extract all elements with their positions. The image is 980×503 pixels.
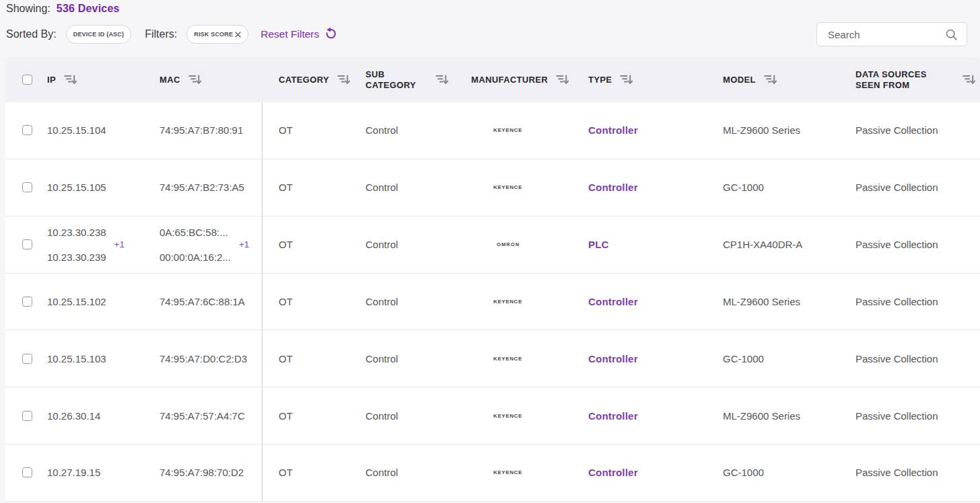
search-icon[interactable] (946, 29, 957, 40)
row-checkbox[interactable] (22, 239, 32, 249)
cell-select (5, 217, 47, 273)
search-box (816, 22, 967, 46)
cell-type: Controller (572, 102, 707, 159)
mac-value: 74:95:A7:98:70:D2 (160, 467, 244, 478)
device-row-3[interactable]: 10.23.30.23810.23.30.239+10A:65:BC:58:..… (5, 217, 980, 274)
sort-icon-data_sources[interactable] (963, 75, 975, 85)
category-text: OT (279, 467, 293, 478)
cell-manufacturer: KEYENCE (455, 102, 572, 159)
category-text: OT (279, 296, 293, 307)
cell-data-sources: Passive Collection (839, 159, 980, 216)
device-count: 536 Devices (57, 3, 120, 15)
device-row-4[interactable]: 10.25.15.10274:95:A7:6C:88:1AOTControlKE… (5, 274, 980, 331)
mac-value: 74:95:A7:6C:88:1A (160, 296, 245, 307)
ip-values: 10.25.15.105 (47, 182, 106, 193)
sort-chip[interactable]: DEVICE ID (ASC) (66, 25, 132, 44)
cell-select (5, 387, 47, 444)
cell-ip: 10.25.15.105 (47, 159, 160, 216)
devices-table: IPMACCATEGORYSUB CATEGORYMANUFACTURERTYP… (5, 57, 980, 502)
reset-filters-label: Reset Filters (260, 28, 319, 40)
cell-ip: 10.23.30.23810.23.30.239+1 (47, 217, 160, 273)
row-checkbox[interactable] (22, 411, 32, 421)
cell-manufacturer: KEYENCE (455, 330, 572, 387)
cell-manufacturer: KEYENCE (455, 159, 572, 216)
category-text: OT (279, 353, 293, 364)
cell-mac: 74:95:A7:6C:88:1A (160, 274, 262, 330)
cell-mac: 74:95:A7:98:70:D2 (160, 444, 262, 501)
sort-icon-sub_category[interactable] (435, 75, 448, 85)
column-header-type: TYPE (572, 57, 707, 102)
mac-values: 74:95:A7:D0:C2:D3 (160, 353, 247, 364)
cell-select (5, 274, 47, 330)
device-row-7[interactable]: 10.27.19.1574:95:A7:98:70:D2OTControlKEY… (5, 444, 980, 502)
cell-ip: 10.25.15.104 (47, 102, 160, 159)
manufacturer-logo-keyence: KEYENCE (493, 128, 522, 133)
column-label-data_sources: DATA SOURCES SEEN FROM (855, 69, 947, 91)
cell-category: OT (262, 102, 349, 159)
row-checkbox[interactable] (22, 467, 32, 477)
cell-mac: 74:95:A7:B7:80:91 (160, 102, 262, 159)
device-type-link[interactable]: Controller (588, 296, 638, 307)
ip-value: 10.25.15.103 (47, 353, 106, 364)
cell-sub-category: Control (349, 330, 455, 387)
column-header-ip: IP (47, 57, 160, 102)
sub-category-text: Control (365, 239, 398, 250)
cell-ip: 10.25.15.103 (47, 330, 160, 387)
cell-category: OT (262, 387, 349, 444)
ip-values: 10.26.30.14 (47, 410, 100, 422)
device-type-link[interactable]: PLC (588, 239, 609, 250)
device-row-5[interactable]: 10.25.15.10374:95:A7:D0:C2:D3OTControlKE… (5, 330, 980, 387)
manufacturer-logo-keyence: KEYENCE (493, 185, 522, 190)
sort-icon-category[interactable] (337, 75, 350, 85)
cell-type: PLC (572, 217, 707, 273)
manufacturer-logo-omron: OMRON (497, 241, 520, 247)
device-type-link[interactable]: Controller (588, 467, 638, 478)
cell-select (5, 102, 47, 159)
sort-icon-type[interactable] (620, 75, 633, 85)
ip-value: 10.25.15.105 (47, 182, 106, 193)
cell-sub-category: Control (349, 159, 455, 216)
cell-category: OT (262, 159, 349, 216)
model-text: CP1H-XA40DR-A (723, 239, 802, 250)
cell-sub-category: Control (349, 102, 455, 159)
column-header-category: CATEGORY (262, 57, 349, 102)
mac-value: 74:95:A7:B2:73:A5 (160, 182, 244, 193)
cell-category: OT (262, 330, 349, 387)
device-type-link[interactable]: Controller (588, 182, 638, 193)
filter-chip-risk-score[interactable]: RISK SCORE (186, 25, 248, 44)
cell-model: GC-1000 (707, 330, 839, 387)
device-row-2[interactable]: 10.25.15.10574:95:A7:B2:73:A5OTControlKE… (5, 159, 980, 217)
remove-filter-icon[interactable] (235, 32, 241, 38)
ip-value: 10.25.15.104 (47, 124, 106, 136)
row-checkbox[interactable] (22, 182, 32, 192)
device-row-6[interactable]: 10.26.30.1474:95:A7:57:A4:7COTControlKEY… (5, 387, 980, 444)
ip-more-badge[interactable]: +1 (114, 239, 125, 249)
mac-more-badge[interactable]: +1 (239, 239, 249, 249)
cell-sub-category: Control (349, 274, 455, 330)
search-input[interactable] (828, 29, 946, 40)
ip-values: 10.25.15.103 (47, 353, 106, 364)
device-type-link[interactable]: Controller (588, 124, 638, 136)
sort-icon-mac[interactable] (188, 75, 201, 85)
model-text: GC-1000 (723, 182, 764, 193)
row-checkbox[interactable] (22, 125, 32, 135)
sort-icon-ip[interactable] (64, 75, 77, 85)
cell-select (5, 330, 47, 387)
device-row-1[interactable]: 10.25.15.10474:95:A7:B7:80:91OTControlKE… (5, 102, 980, 159)
row-checkbox[interactable] (22, 354, 32, 364)
ip-values: 10.25.15.104 (47, 124, 106, 136)
sub-category-text: Control (365, 467, 398, 478)
device-type-link[interactable]: Controller (588, 410, 638, 422)
select-all-checkbox[interactable] (22, 75, 32, 85)
sort-icon-model[interactable] (764, 75, 777, 85)
device-type-link[interactable]: Controller (588, 353, 638, 364)
cell-data-sources: Passive Collection (839, 217, 980, 273)
sort-icon-manufacturer[interactable] (556, 75, 569, 85)
cell-model: ML-Z9600 Series (707, 102, 839, 159)
cell-manufacturer: KEYENCE (455, 387, 572, 444)
row-checkbox[interactable] (22, 297, 32, 307)
cell-ip: 10.25.15.102 (47, 274, 160, 330)
sub-category-text: Control (365, 410, 398, 422)
reset-filters-button[interactable]: Reset Filters (260, 27, 337, 42)
reset-icon (324, 27, 337, 42)
